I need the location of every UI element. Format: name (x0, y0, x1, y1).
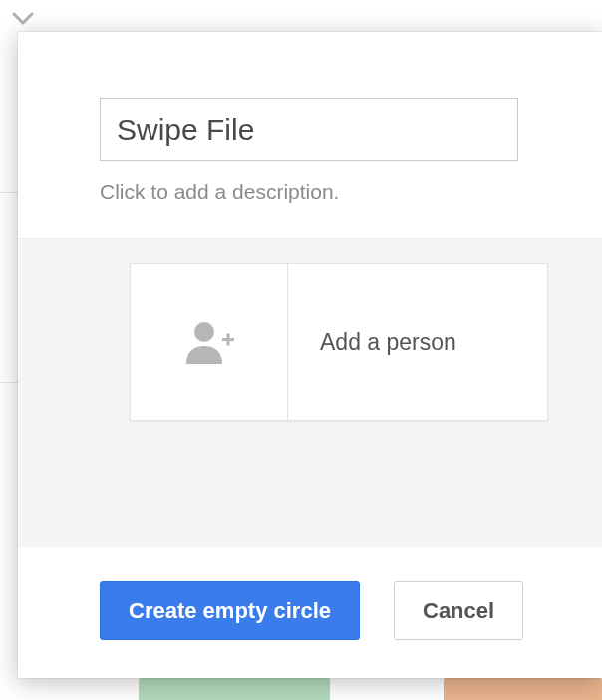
cancel-button[interactable]: Cancel (394, 581, 523, 640)
create-empty-circle-button[interactable]: Create empty circle (100, 581, 360, 640)
dialog-header-section: Click to add a description. (18, 32, 602, 238)
bg-chip-orange (444, 677, 602, 700)
bg-chip-green (139, 677, 330, 700)
svg-point-0 (194, 322, 214, 342)
dialog-body-section: Add a person (18, 238, 602, 547)
add-person-card[interactable]: Add a person (130, 263, 548, 421)
add-person-icon (182, 320, 236, 364)
dialog-footer: Create empty circle Cancel (18, 547, 602, 678)
circle-name-input[interactable] (100, 98, 518, 161)
bg-menu-fragment: ns (0, 2, 34, 33)
svg-rect-2 (226, 334, 229, 346)
create-circle-dialog: Click to add a description. Add a person… (18, 32, 602, 678)
chevron-down-icon (12, 12, 34, 26)
add-person-label: Add a person (288, 264, 547, 420)
description-placeholder[interactable]: Click to add a description. (100, 180, 520, 204)
add-person-icon-cell (131, 264, 288, 420)
